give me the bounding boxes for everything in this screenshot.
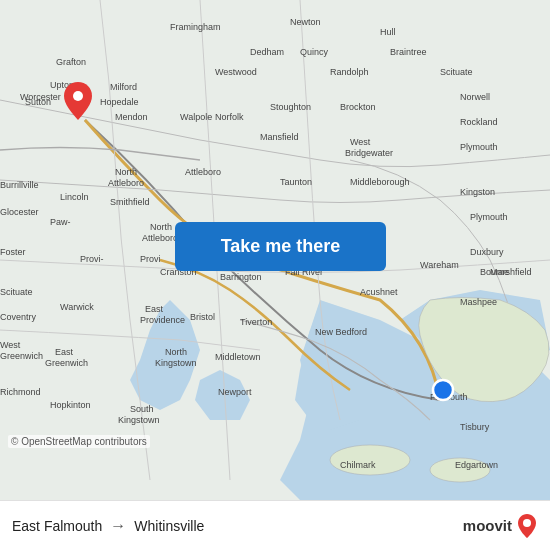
svg-text:Sutton: Sutton <box>25 97 51 107</box>
svg-text:Lincoln: Lincoln <box>60 192 89 202</box>
svg-text:Paw-: Paw- <box>50 217 71 227</box>
svg-text:Norfolk: Norfolk <box>215 112 244 122</box>
moovit-brand-text: moovit <box>463 517 512 534</box>
svg-text:Kingston: Kingston <box>460 187 495 197</box>
map-container: Worcester Framingham Newton Hull Quincy … <box>0 0 550 500</box>
svg-text:Attleboro: Attleboro <box>108 178 144 188</box>
svg-text:Burrillville: Burrillville <box>0 180 39 190</box>
svg-text:Braintree: Braintree <box>390 47 427 57</box>
destination-label: Whitinsville <box>134 518 204 534</box>
svg-text:Norwell: Norwell <box>460 92 490 102</box>
svg-text:Scituate: Scituate <box>0 287 33 297</box>
svg-text:Tiverton: Tiverton <box>240 317 272 327</box>
svg-text:Walpole: Walpole <box>180 112 212 122</box>
svg-text:Duxbury: Duxbury <box>470 247 504 257</box>
arrow-icon: → <box>110 517 126 535</box>
svg-text:Coventry: Coventry <box>0 312 37 322</box>
moovit-logo: moovit <box>463 513 538 539</box>
route-info: East Falmouth → Whitinsville <box>12 517 463 535</box>
svg-text:North: North <box>115 167 137 177</box>
svg-text:Plymouth: Plymouth <box>470 212 508 222</box>
svg-text:Kingstown: Kingstown <box>155 358 197 368</box>
svg-text:Greenwich: Greenwich <box>0 351 43 361</box>
svg-text:North: North <box>165 347 187 357</box>
copyright-text: © OpenStreetMap contributors <box>8 435 150 448</box>
svg-text:Dedham: Dedham <box>250 47 284 57</box>
svg-text:Acushnet: Acushnet <box>360 287 398 297</box>
svg-text:Plymouth: Plymouth <box>460 142 498 152</box>
svg-text:Smithfield: Smithfield <box>110 197 150 207</box>
svg-text:Mendon: Mendon <box>115 112 148 122</box>
svg-text:Glocester: Glocester <box>0 207 39 217</box>
svg-text:East: East <box>55 347 74 357</box>
svg-text:West: West <box>350 137 371 147</box>
svg-text:Providence: Providence <box>140 315 185 325</box>
svg-text:West: West <box>0 340 21 350</box>
svg-text:Foster: Foster <box>0 247 26 257</box>
moovit-logo-icon <box>516 513 538 539</box>
svg-point-88 <box>73 91 83 101</box>
svg-text:Attleboro: Attleboro <box>142 233 178 243</box>
svg-text:Newton: Newton <box>290 17 321 27</box>
svg-text:East: East <box>145 304 164 314</box>
svg-text:Westwood: Westwood <box>215 67 257 77</box>
svg-text:Rockland: Rockland <box>460 117 498 127</box>
bottom-bar: East Falmouth → Whitinsville moovit <box>0 500 550 550</box>
svg-text:Middletown: Middletown <box>215 352 261 362</box>
svg-text:Tisbury: Tisbury <box>460 422 490 432</box>
svg-text:Taunton: Taunton <box>280 177 312 187</box>
svg-text:New Bedford: New Bedford <box>315 327 367 337</box>
svg-text:Stoughton: Stoughton <box>270 102 311 112</box>
svg-text:Bourne: Bourne <box>480 267 509 277</box>
svg-text:Bristol: Bristol <box>190 312 215 322</box>
svg-text:Provi: Provi <box>140 254 161 264</box>
svg-text:Scituate: Scituate <box>440 67 473 77</box>
svg-text:Hull: Hull <box>380 27 396 37</box>
svg-text:Edgartown: Edgartown <box>455 460 498 470</box>
svg-text:Middleborough: Middleborough <box>350 177 410 187</box>
svg-text:Mansfield: Mansfield <box>260 132 299 142</box>
svg-text:Barrington: Barrington <box>220 272 262 282</box>
svg-text:Brockton: Brockton <box>340 102 376 112</box>
svg-text:Randolph: Randolph <box>330 67 369 77</box>
svg-text:Kingstown: Kingstown <box>118 415 160 425</box>
svg-text:Chilmark: Chilmark <box>340 460 376 470</box>
svg-text:South: South <box>130 404 154 414</box>
svg-point-87 <box>433 380 453 400</box>
svg-text:Bridgewater: Bridgewater <box>345 148 393 158</box>
take-me-there-button[interactable]: Take me there <box>175 222 386 271</box>
origin-label: East Falmouth <box>12 518 102 534</box>
svg-text:Provi-: Provi- <box>80 254 104 264</box>
svg-text:Warwick: Warwick <box>60 302 94 312</box>
svg-text:Hopkinton: Hopkinton <box>50 400 91 410</box>
svg-text:Framingham: Framingham <box>170 22 221 32</box>
svg-text:Milford: Milford <box>110 82 137 92</box>
svg-text:Mashpee: Mashpee <box>460 297 497 307</box>
svg-text:North: North <box>150 222 172 232</box>
svg-text:Richmond: Richmond <box>0 387 41 397</box>
svg-text:Greenwich: Greenwich <box>45 358 88 368</box>
svg-text:Hopedale: Hopedale <box>100 97 139 107</box>
svg-text:Newport: Newport <box>218 387 252 397</box>
svg-text:Grafton: Grafton <box>56 57 86 67</box>
svg-point-89 <box>523 519 531 527</box>
svg-text:Quincy: Quincy <box>300 47 329 57</box>
svg-text:Attleboro: Attleboro <box>185 167 221 177</box>
svg-text:Wareham: Wareham <box>420 260 459 270</box>
